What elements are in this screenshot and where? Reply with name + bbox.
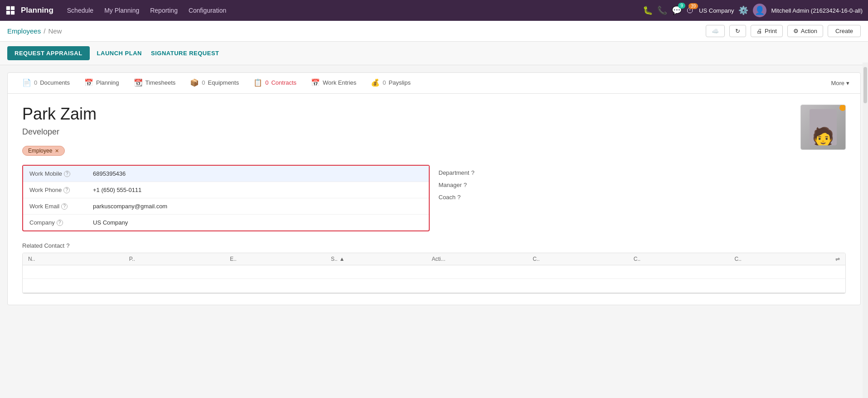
department-help[interactable]: ? [471,169,474,176]
main-content: 📄 0 Documents 📅 Planning 📆 Timesheets 📦 … [0,65,868,398]
upload-button[interactable]: ☁️ [706,25,725,37]
tab-work-entries[interactable]: 📅 Work Entries [304,73,364,93]
contact-table-body [23,265,845,293]
work-entries-icon: 📅 [311,78,320,87]
coach-help[interactable]: ? [457,194,461,201]
phone-icon[interactable]: 📞 [657,5,667,15]
user-name[interactable]: Mitchell Admin (21623424-16-0-all) [771,7,863,14]
company-name[interactable]: US Company [699,7,734,14]
col-c3: C.. [734,256,832,262]
nav-schedule[interactable]: Schedule [63,4,98,17]
tab-payslips[interactable]: 💰 0 Payslips [364,73,418,93]
launch-plan-button[interactable]: LAUNCH PLAN [95,46,144,60]
coach-row: Coach ? [439,194,846,201]
planning-icon: 📅 [84,78,93,87]
col-sort[interactable]: S.. ▲ [331,256,428,262]
equipments-label: Equipments [208,79,239,86]
subbar: Employees / New ☁️ ↻ 🖨 Print ⚙ Action Cr… [0,21,868,42]
employee-name[interactable]: Park Zaim [22,105,846,124]
breadcrumb-root[interactable]: Employees [7,27,41,35]
related-contact-help[interactable]: ? [66,242,69,249]
manager-label: Manager ? [439,182,467,188]
user-avatar[interactable]: 👤 [753,4,766,17]
nav-configuration[interactable]: Configuration [184,4,231,17]
org-info-section: Department ? Manager ? Coach ? [439,165,846,231]
payslips-label: Payslips [388,79,410,86]
breadcrumb: Employees / New [7,27,62,35]
tab-contracts[interactable]: 📋 0 Contracts [246,73,304,93]
work-email-value[interactable]: parkuscompany@gmail.com [93,203,167,210]
work-phone-help[interactable]: ? [63,187,70,193]
scrollbar-thumb[interactable] [863,67,867,103]
work-mobile-help[interactable]: ? [64,171,70,177]
employee-tag: Employee ✕ [22,146,65,156]
company-value[interactable]: US Company [93,219,128,226]
nav-my-planning[interactable]: My Planning [100,4,144,17]
work-mobile-value[interactable]: 6895395436 [93,170,126,177]
status-dot [839,105,846,111]
work-email-help[interactable]: ? [61,203,68,210]
timesheets-label: Timesheets [145,79,176,86]
chevron-down-icon: ▾ [846,80,849,86]
related-contact-table: N.. P.. E.. S.. ▲ Acti... [22,253,846,294]
svg-rect-2 [6,11,10,14]
top-navigation: Planning Schedule My Planning Reporting … [0,0,868,21]
signature-request-button[interactable]: SIGNATURE REQUEST [149,46,221,60]
col-email: E.. [230,256,327,262]
request-appraisal-button[interactable]: REQUEST APPRAISAL [7,46,90,60]
employee-job-title[interactable]: Developer [22,127,846,137]
payslips-icon: 💰 [371,78,380,87]
tab-documents[interactable]: 📄 0 Documents [15,73,77,93]
debug-icon[interactable]: 🐛 [643,5,653,15]
department-row: Department ? [439,169,846,176]
tab-more[interactable]: More ▾ [827,74,853,92]
work-email-label: Work Email ? [29,203,93,210]
topnav-right-area: 🐛 📞 💬 9 ⏱ 39 US Company ⚙️ 👤 Mitchell Ad… [643,4,863,17]
contracts-label: Contracts [271,79,296,86]
documents-count: 0 [34,79,37,86]
breadcrumb-separator: / [44,27,45,35]
work-entries-label: Work Entries [323,79,356,86]
col-settings[interactable]: ⇌ [835,256,840,262]
refresh-button[interactable]: ↻ [729,25,746,37]
subbar-right: ☁️ ↻ 🖨 Print ⚙ Action Create [706,25,861,37]
related-contact-section: Related Contact ? N.. P.. E.. [22,242,846,294]
nav-reporting[interactable]: Reporting [145,4,182,17]
timer-icon[interactable]: ⏱ 39 [686,6,694,15]
tab-timesheets[interactable]: 📆 Timesheets [126,73,183,93]
manager-help[interactable]: ? [464,182,467,188]
department-label: Department ? [439,169,475,176]
equipments-icon: 📦 [190,78,199,87]
print-button[interactable]: 🖨 Print [751,25,783,37]
related-contact-header: Related Contact ? [22,242,846,249]
svg-rect-1 [11,6,15,10]
sort-up-icon: ▲ [339,256,345,262]
print-icon: 🖨 [756,28,762,34]
more-label: More [831,80,844,86]
col-phone: P.. [129,256,227,262]
company-help[interactable]: ? [57,220,63,226]
work-phone-value[interactable]: +1 (650) 555-0111 [93,187,141,193]
create-button[interactable]: Create [828,25,861,37]
chat-icon[interactable]: 💬 9 [672,5,682,15]
contact-table-header: N.. P.. E.. S.. ▲ Acti... [23,253,845,265]
contact-row-empty-1 [23,265,845,279]
timer-badge: 39 [689,3,698,9]
tag-remove-button[interactable]: ✕ [55,148,59,154]
info-grid: Work Mobile ? 6895395436 Work Phone ? +1… [22,165,846,231]
contracts-icon: 📋 [253,78,262,87]
col-c1: C.. [533,256,630,262]
app-logo[interactable] [5,5,15,15]
tab-equipments[interactable]: 📦 0 Equipments [183,73,246,93]
scrollbar[interactable] [863,62,868,398]
table-bottom-line [23,293,845,293]
work-mobile-row: Work Mobile ? 6895395436 [23,166,429,182]
related-contact-label: Related Contact ? [22,242,69,249]
tab-planning[interactable]: 📅 Planning [77,73,126,93]
employee-photo[interactable]: 🧑 [800,105,846,150]
documents-label: Documents [40,79,70,86]
settings-icon[interactable]: ⚙️ [738,5,748,15]
action-bar: REQUEST APPRAISAL LAUNCH PLAN SIGNATURE … [0,42,868,65]
action-button[interactable]: ⚙ Action [787,25,823,37]
upload-icon: ☁️ [712,28,719,34]
